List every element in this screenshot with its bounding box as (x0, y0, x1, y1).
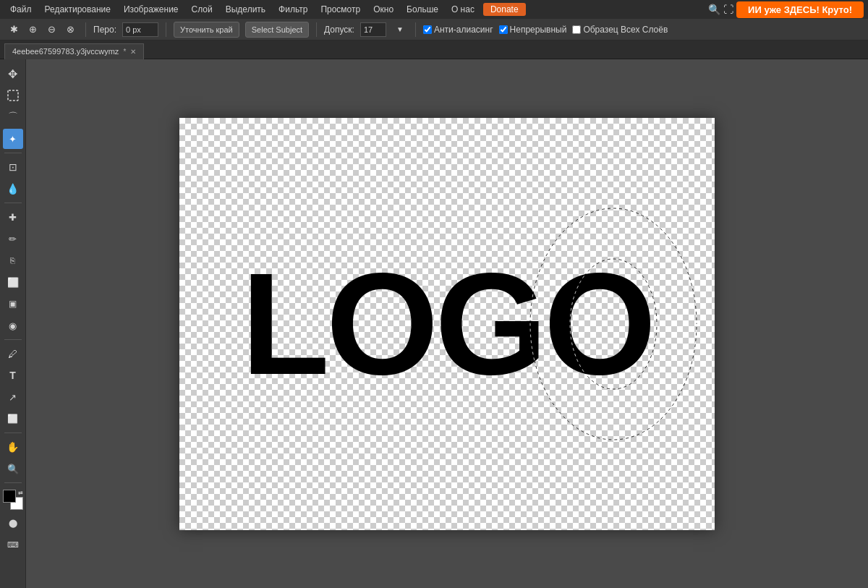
menu-more[interactable]: Больше (401, 3, 444, 16)
menu-filter[interactable]: Фильтр (273, 3, 313, 16)
tool-eraser[interactable]: ⬜ (3, 272, 23, 292)
tool-eyedropper[interactable]: 💧 (3, 179, 23, 199)
tab-bar: 4eebee67599783.y3jvccwymz * ✕ (0, 41, 868, 59)
screen-mode-btn[interactable]: ⌨ (3, 534, 23, 555)
magic-wand-intersect-icon[interactable]: ⊗ (62, 22, 78, 38)
menu-image[interactable]: Изображение (118, 3, 184, 16)
tool-pen[interactable]: 🖊 (3, 344, 23, 364)
menu-edit[interactable]: Редактирование (39, 3, 116, 16)
tool-crop[interactable]: ⊡ (3, 157, 23, 177)
tool-sep1 (4, 153, 22, 153)
menu-view[interactable]: Просмотр (315, 3, 366, 16)
refine-edge-button[interactable]: Уточнить край (174, 22, 239, 38)
sample-all-option[interactable]: Образец Всех Слоёв (572, 25, 668, 35)
canvas-wrapper: LOGO (179, 118, 715, 530)
tool-mode-group: ✱ ⊕ ⊖ ⊗ (6, 22, 78, 38)
sample-all-label: Образец Всех Слоёв (583, 25, 668, 35)
tool-shape[interactable]: ⬜ (3, 409, 23, 429)
tool-selection[interactable] (3, 85, 23, 106)
anti-alias-label: Анти-алиасинг (434, 25, 493, 35)
menu-layer[interactable]: Слой (186, 3, 218, 16)
tool-heal[interactable]: ✚ (3, 207, 23, 227)
search-icon[interactable]: 🔍 (707, 3, 720, 16)
menu-window[interactable]: Окно (367, 3, 399, 16)
sep4 (415, 22, 416, 37)
tool-stamp[interactable]: ⎘ (3, 250, 23, 270)
tool-text[interactable]: T (3, 365, 23, 385)
menu-bar: Файл Редактирование Изображение Слой Выд… (0, 0, 868, 19)
main-area: ✥ ⌒ ✦ ⊡ 💧 ✚ ✏ ⎘ ⬜ ▣ ◉ 🖊 T ↗ ⬜ ✋ 🔍 ⇄ (0, 59, 868, 588)
color-swatches[interactable]: ⇄ (3, 490, 23, 510)
fullscreen-icon[interactable]: ⛶ (722, 3, 735, 16)
tool-sep3 (4, 339, 22, 340)
document-tab[interactable]: 4eebee67599783.y3jvccwymz * ✕ (4, 43, 144, 59)
tool-dodge[interactable]: ◉ (3, 315, 23, 336)
foreground-color-swatch[interactable] (3, 490, 16, 503)
tool-move[interactable]: ✥ (3, 64, 23, 84)
donate-button[interactable]: Donate (483, 3, 526, 16)
magic-wand-add-icon[interactable]: ⊕ (25, 22, 41, 38)
sep3 (316, 22, 317, 37)
anti-alias-checkbox[interactable] (423, 25, 432, 34)
tool-hand[interactable]: ✋ (3, 437, 23, 457)
canvas-area[interactable]: LOGO (26, 59, 868, 588)
magic-wand-new-icon[interactable]: ✱ (6, 22, 22, 38)
swap-colors-icon[interactable]: ⇄ (18, 490, 23, 496)
menu-file[interactable]: Файл (4, 3, 38, 16)
quick-mask-btn[interactable]: ⬤ (3, 513, 23, 533)
anti-alias-option[interactable]: Анти-алиасинг (423, 25, 493, 35)
continuous-label: Непрерывный (510, 25, 567, 35)
tool-gradient[interactable]: ▣ (3, 294, 23, 314)
continuous-checkbox[interactable] (499, 25, 508, 34)
tool-path-select[interactable]: ↗ (3, 387, 23, 407)
feather-label: Перо: (93, 25, 116, 35)
tool-magic-wand[interactable]: ✦ (3, 129, 23, 149)
tool-sep4 (4, 433, 22, 433)
menu-about[interactable]: О нас (446, 3, 480, 16)
sep1 (85, 22, 86, 37)
tolerance-slider-icon[interactable]: ▼ (392, 22, 408, 38)
sample-all-checkbox[interactable] (572, 25, 581, 34)
feather-input[interactable] (122, 22, 158, 37)
tab-title: 4eebee67599783.y3jvccwymz (12, 47, 119, 56)
checkerboard-background (179, 118, 715, 530)
sep2 (166, 22, 166, 37)
ai-banner[interactable]: ИИ уже ЗДЕСЬ! Круто! (736, 1, 864, 18)
continuous-option[interactable]: Непрерывный (499, 25, 567, 35)
tool-zoom[interactable]: 🔍 (3, 459, 23, 479)
tool-lasso[interactable]: ⌒ (3, 107, 23, 127)
tool-brush[interactable]: ✏ (3, 229, 23, 249)
top-toolbar: ✱ ⊕ ⊖ ⊗ Перо: Уточнить край Select Subje… (0, 19, 868, 41)
svg-rect-0 (8, 90, 18, 101)
tab-close-button[interactable]: ✕ (130, 48, 136, 56)
tolerance-input[interactable] (360, 22, 386, 37)
tab-modified-indicator: * (123, 48, 126, 56)
tolerance-label: Допуск: (324, 25, 354, 35)
select-subject-button[interactable]: Select Subject (245, 22, 309, 38)
tool-sep2 (4, 203, 22, 203)
menu-select[interactable]: Выделить (220, 3, 271, 16)
magic-wand-subtract-icon[interactable]: ⊖ (43, 22, 59, 38)
left-toolbar: ✥ ⌒ ✦ ⊡ 💧 ✚ ✏ ⎘ ⬜ ▣ ◉ 🖊 T ↗ ⬜ ✋ 🔍 ⇄ (0, 59, 26, 588)
tool-sep5 (4, 482, 22, 483)
